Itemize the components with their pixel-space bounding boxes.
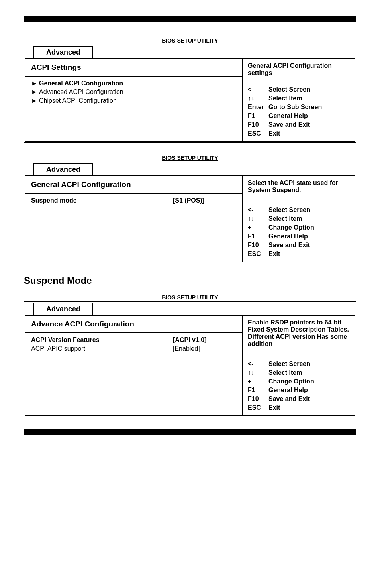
top-divider: [24, 16, 356, 22]
help-text: Select the ACPI state used for System Su…: [248, 179, 350, 198]
panel-heading: ACPI Settings: [25, 59, 242, 77]
tab-advanced[interactable]: Advanced: [33, 46, 93, 58]
bios-title: BIOS SETUP UTILITY: [24, 37, 356, 44]
menu-item[interactable]: ► Advanced ACPI Configuration: [31, 88, 237, 96]
menu-item[interactable]: ACPI APIC support [Enabled]: [31, 344, 237, 353]
key-legend: <-Select Screen ↑↓Select Item +-Change O…: [248, 360, 350, 412]
menu-item[interactable]: ACPI Version Features [ACPI v1.0]: [31, 336, 237, 344]
menu-item[interactable]: ► Chipset ACPI Configuration: [31, 96, 237, 105]
menu-item[interactable]: ► General ACPI Configuration: [31, 79, 237, 88]
help-text: Enable RSDP pointers to 64-bit Fixed Sys…: [248, 319, 350, 352]
bottom-divider: [24, 429, 356, 435]
key-legend: <-Select Screen ↑↓Select Item +-Change O…: [248, 206, 350, 258]
section-heading-suspend-mode: Suspend Mode: [24, 275, 356, 286]
bios-panel-general-acpi: Advanced General ACPI Configuration Susp…: [24, 162, 356, 263]
bios-panel-advance-acpi: Advanced Advance ACPI Configuration ACPI…: [24, 301, 356, 417]
tab-advanced[interactable]: Advanced: [33, 303, 93, 315]
key-legend: <-Select Screen ↑↓Select Item EnterGo to…: [248, 85, 350, 138]
submenu-arrow-icon: ►: [31, 97, 39, 104]
bios-title: BIOS SETUP UTILITY: [24, 155, 356, 161]
submenu-arrow-icon: ►: [31, 80, 39, 87]
bios-panel-acpi-settings: Advanced ACPI Settings ► General ACPI Co…: [24, 45, 356, 143]
submenu-arrow-icon: ►: [31, 88, 39, 96]
help-text: General ACPI Configuration settings: [248, 62, 350, 81]
panel-heading: Advance ACPI Configuration: [25, 316, 242, 333]
menu-item[interactable]: Suspend mode [S1 (POS)]: [31, 196, 237, 205]
panel-heading: General ACPI Configuration: [25, 176, 242, 194]
tab-advanced[interactable]: Advanced: [33, 163, 93, 175]
bios-title: BIOS SETUP UTILITY: [24, 294, 356, 301]
